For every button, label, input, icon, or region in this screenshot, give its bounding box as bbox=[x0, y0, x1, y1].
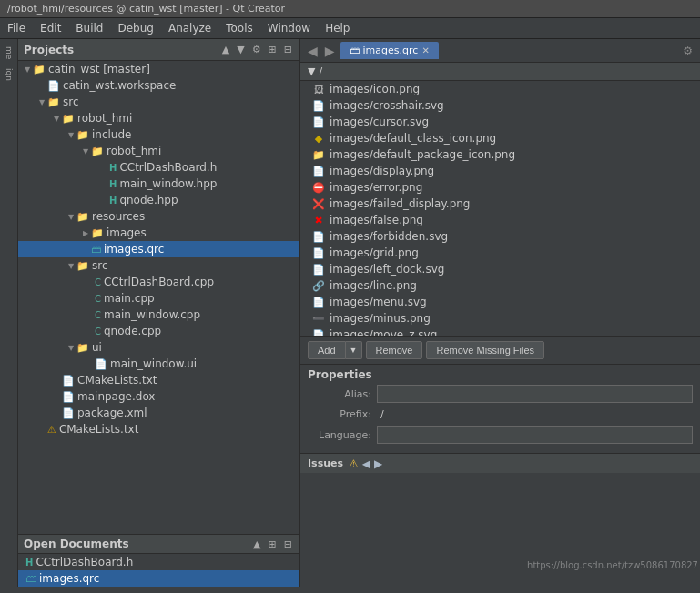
cpp-file-icon: C bbox=[95, 327, 101, 337]
projects-filter-icon[interactable]: ⚙ bbox=[250, 44, 263, 55]
watermark: https://blog.csdn.net/tzw5086170827 bbox=[527, 560, 700, 570]
projects-panel: Projects ▲ ▼ ⚙ ⊞ ⊟ ▼ 📁 catin_wst [master… bbox=[18, 39, 300, 587]
tree-item-cctrldashboard-cpp[interactable]: C CCtrlDashBoard.cpp bbox=[18, 274, 299, 290]
h-file-icon: H bbox=[109, 196, 117, 206]
qrc-file-item[interactable]: ⛔ images/error.png bbox=[300, 179, 700, 196]
add-button[interactable]: Add bbox=[308, 341, 346, 359]
tree-item-images-folder[interactable]: ▶ 📁 images bbox=[18, 225, 299, 241]
tree-item-resources[interactable]: ▼ 📁 resources bbox=[18, 208, 299, 225]
open-docs-close-icon[interactable]: ⊟ bbox=[282, 538, 294, 550]
tree-item-qnode-cpp[interactable]: C qnode.cpp bbox=[18, 323, 299, 339]
tree-label: CCtrlDashBoard.h bbox=[119, 161, 217, 174]
projects-up-icon[interactable]: ▲ bbox=[220, 44, 231, 55]
issues-nav-left[interactable]: ◀ bbox=[362, 457, 370, 470]
tree-item-ui[interactable]: ▼ 📁 ui bbox=[18, 339, 299, 356]
open-doc-images-qrc[interactable]: 🗃 images.qrc bbox=[18, 570, 299, 587]
tree-label: CCtrlDashBoard.cpp bbox=[104, 276, 214, 288]
qrc-file-label: images/minus.png bbox=[330, 312, 431, 325]
qrc-file-item[interactable]: ✖ images/false.png bbox=[300, 212, 700, 228]
menu-help[interactable]: Help bbox=[318, 20, 357, 36]
add-dropdown-button[interactable]: ▼ bbox=[346, 341, 362, 359]
menu-tools[interactable]: Tools bbox=[218, 20, 260, 36]
qrc-file-item[interactable]: ❌ images/failed_display.png bbox=[300, 196, 700, 212]
qrc-file-item[interactable]: 📄 images/cursor.svg bbox=[300, 114, 700, 130]
tree-item-package[interactable]: 📄 package.xml bbox=[18, 405, 299, 421]
qrc-file-item[interactable]: 📄 images/move_z.svg bbox=[300, 327, 700, 336]
open-docs-add-icon[interactable]: ⊞ bbox=[267, 538, 279, 550]
menu-debug[interactable]: Debug bbox=[110, 20, 160, 36]
tree-label: main_window.cpp bbox=[104, 308, 200, 321]
tab-settings-icon[interactable]: ⚙ bbox=[679, 45, 696, 57]
tree-item-images-qrc[interactable]: 🗃 images.qrc bbox=[18, 241, 299, 257]
remove-button[interactable]: Remove bbox=[366, 341, 423, 359]
tree-item-top-cmakelists[interactable]: ⚠ CMakeLists.txt bbox=[18, 421, 299, 437]
tree-item-main-window-cpp[interactable]: C main_window.cpp bbox=[18, 307, 299, 323]
arrow-icon: ▶ bbox=[80, 229, 91, 237]
tree-item-src[interactable]: ▼ 📁 src bbox=[18, 94, 299, 110]
tree-label: images.qrc bbox=[104, 243, 164, 256]
qrc-file-item[interactable]: 📄 images/crosshair.svg bbox=[300, 97, 700, 114]
arrow-icon: ▼ bbox=[66, 344, 76, 352]
language-row: Language: bbox=[308, 426, 693, 444]
remove-missing-files-button[interactable]: Remove Missing Files bbox=[426, 341, 544, 359]
qrc-file-item[interactable]: ◆ images/default_class_icon.png bbox=[300, 130, 700, 146]
tree-item-qnode-hpp[interactable]: H qnode.hpp bbox=[18, 192, 299, 208]
tree-label: main_window.ui bbox=[110, 357, 197, 370]
qrc-file-item[interactable]: 📄 images/display.png bbox=[300, 163, 700, 179]
alias-input[interactable] bbox=[377, 385, 693, 403]
menu-file[interactable]: File bbox=[0, 20, 33, 36]
tree-item-src2[interactable]: ▼ 📁 src bbox=[18, 257, 299, 274]
qrc-file-item[interactable]: ➖ images/minus.png bbox=[300, 310, 700, 327]
tree-item-main-window-hpp[interactable]: H main_window.hpp bbox=[18, 176, 299, 192]
tree-item-include[interactable]: ▼ 📁 include bbox=[18, 126, 299, 143]
tree-item-workspace[interactable]: 📄 catin_wst.workspace bbox=[18, 77, 299, 94]
folder-icon: 📁 bbox=[76, 260, 89, 272]
projects-down-icon[interactable]: ▼ bbox=[235, 44, 246, 55]
projects-collapse-icon[interactable]: ⊟ bbox=[282, 44, 294, 55]
qrc-file-item[interactable]: 📄 images/grid.png bbox=[300, 245, 700, 261]
qrc-file-label: images/cursor.svg bbox=[330, 116, 429, 128]
tree-item-robot-hmi[interactable]: ▼ 📁 robot_hmi bbox=[18, 110, 299, 126]
open-doc-label: CCtrlDashBoard.h bbox=[36, 556, 133, 568]
h-doc-icon: H bbox=[25, 558, 33, 568]
tree-item-main-window-ui[interactable]: 📄 main_window.ui bbox=[18, 356, 299, 372]
qrc-file-item[interactable]: 🖼 images/icon.png bbox=[300, 81, 700, 97]
qrc-arrow[interactable]: ▼ bbox=[308, 65, 315, 77]
tab-images-qrc[interactable]: 🗃 images.qrc ✕ bbox=[340, 42, 439, 59]
qrc-file-item[interactable]: 📄 images/left_dock.svg bbox=[300, 261, 700, 277]
menu-window[interactable]: Window bbox=[260, 20, 318, 36]
qrc-file-item[interactable]: 🔗 images/line.png bbox=[300, 277, 700, 294]
tree-item-root[interactable]: ▼ 📁 catin_wst [master] bbox=[18, 61, 299, 77]
tree-label: images bbox=[107, 226, 147, 239]
tree-label: include bbox=[92, 128, 131, 141]
qrc-file-item[interactable]: 📁 images/default_package_icon.png bbox=[300, 146, 700, 163]
link-icon: 🔗 bbox=[311, 280, 326, 292]
issues-nav-right[interactable]: ▶ bbox=[374, 457, 382, 470]
tree-item-robot-hmi-include[interactable]: ▼ 📁 robot_hmi bbox=[18, 143, 299, 159]
qrc-file-item[interactable]: 📄 images/forbidden.svg bbox=[300, 228, 700, 245]
add-button-group: Add ▼ bbox=[308, 341, 362, 359]
open-doc-label2: images.qrc bbox=[39, 572, 99, 585]
language-input[interactable] bbox=[377, 426, 693, 444]
qrc-file-item[interactable]: 📄 images/menu.svg bbox=[300, 294, 700, 310]
tab-nav-right[interactable]: ▶ bbox=[321, 44, 339, 58]
menu-edit[interactable]: Edit bbox=[33, 20, 68, 36]
tab-nav-left[interactable]: ◀ bbox=[304, 44, 321, 58]
tree-item-mainpage[interactable]: 📄 mainpage.dox bbox=[18, 388, 299, 405]
qrc-doc-icon: 🗃 bbox=[25, 572, 36, 585]
tree-label: src bbox=[63, 95, 79, 108]
tree-item-main-cpp[interactable]: C main.cpp bbox=[18, 290, 299, 307]
menu-build[interactable]: Build bbox=[68, 20, 110, 36]
file-icon: 📄 bbox=[47, 80, 60, 92]
qrc-file-label: images/menu.svg bbox=[330, 296, 427, 308]
open-doc-cctrldashboard[interactable]: H CCtrlDashBoard.h bbox=[18, 554, 299, 570]
menu-analyze[interactable]: Analyze bbox=[161, 20, 218, 36]
open-docs-up-icon[interactable]: ▲ bbox=[251, 538, 262, 550]
tree-item-cmakelists[interactable]: 📄 CMakeLists.txt bbox=[18, 372, 299, 388]
tab-close-button[interactable]: ✕ bbox=[421, 45, 429, 55]
svg-icon: 📄 bbox=[311, 231, 326, 243]
tree-item-cctrldashboard-h[interactable]: H CCtrlDashBoard.h bbox=[18, 159, 299, 176]
projects-expand-icon[interactable]: ⊞ bbox=[267, 44, 279, 55]
folder-icon: 📁 bbox=[62, 113, 75, 125]
error-icon: ⛔ bbox=[311, 182, 326, 194]
